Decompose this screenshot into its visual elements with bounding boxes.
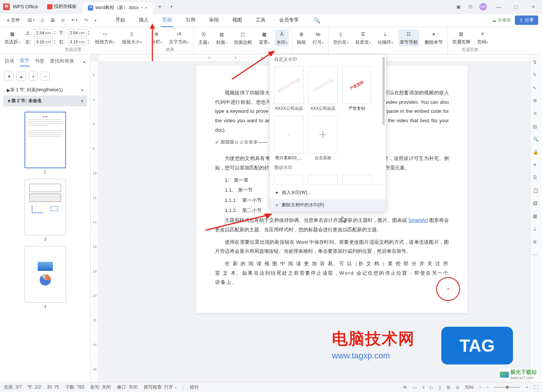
toc-page-button[interactable]: ☰目录页▾ xyxy=(354,29,372,46)
dropdown-icon[interactable]: ▾ xyxy=(92,17,99,24)
panel-tool-0[interactable]: ▾ xyxy=(5,72,14,81)
margin-top-stepper[interactable]: ▲▼ xyxy=(54,30,56,35)
status-column[interactable]: 列: 75 xyxy=(47,384,59,390)
section-item-1[interactable]: ▼ 第 2 节: 未命名▾ xyxy=(3,95,87,106)
comment-icon[interactable]: ▭ xyxy=(413,385,417,390)
margin-top-input[interactable]: 2.54 cm xyxy=(34,29,53,37)
menu-tab-审阅[interactable]: 审阅 xyxy=(207,14,220,27)
layout-icon[interactable]: ▣ xyxy=(455,4,461,10)
status-page[interactable]: 页面: 3/7 xyxy=(4,384,21,390)
delete-section-button[interactable]: ✕删除本节 xyxy=(423,29,444,46)
zoom-slider[interactable] xyxy=(494,387,521,388)
grid-icon[interactable]: ▦ xyxy=(533,214,540,220)
menu-tab-会员专享[interactable]: 会员专享 xyxy=(278,14,300,27)
filter-icon[interactable]: ⇅ xyxy=(533,60,540,66)
export-icon[interactable]: ⤓ xyxy=(533,226,540,233)
panel-tool-3[interactable]: − xyxy=(41,72,50,81)
remove-watermark-item[interactable]: ✧ 删除文档中的水印(R) xyxy=(270,199,386,211)
panel-tool-2[interactable]: + xyxy=(29,72,38,81)
status-words[interactable]: 字数: 783 xyxy=(65,384,84,390)
zoom-out-icon[interactable]: − xyxy=(486,385,489,390)
book-icon[interactable]: ▤ xyxy=(533,124,540,131)
menu-tab-页面[interactable]: 页面 xyxy=(161,14,174,27)
panel-tab-查找和替换[interactable]: 查找和替换 xyxy=(50,58,74,66)
menu-tab-开始[interactable]: 开始 xyxy=(114,14,127,27)
margin-right-input[interactable]: 3.18 cm xyxy=(68,38,87,46)
blank-page-button[interactable]: ▯空白页▾ xyxy=(332,29,350,46)
window-minimize[interactable]: — xyxy=(493,4,504,10)
settings-icon[interactable]: ⚙ xyxy=(533,98,540,105)
window-close[interactable]: × xyxy=(528,4,539,10)
orientation-button[interactable]: ▭纸张方向▾ xyxy=(94,29,117,46)
text-direction-button[interactable]: ↕A文字方向▾ xyxy=(167,29,190,46)
preset-wm-2[interactable] xyxy=(308,175,338,183)
paper-size-button[interactable]: ▯纸张大小▾ xyxy=(120,29,143,46)
panel-tab-章节[interactable]: 章节 xyxy=(20,57,29,66)
status-section[interactable]: 节: 2/2 xyxy=(28,384,41,390)
panel-tab-目录[interactable]: 目录 xyxy=(5,58,14,66)
margin-bottom-stepper[interactable]: ▲▼ xyxy=(88,30,90,35)
close-icon[interactable]: ⊗ xyxy=(533,239,540,246)
new-tab-button[interactable]: + xyxy=(154,3,165,10)
search-icon[interactable]: 🔍 xyxy=(533,137,540,143)
thumbnail-page-2[interactable]: ■ ■■ 2 xyxy=(25,112,66,174)
save-icon[interactable]: 🖫▾ xyxy=(25,16,37,25)
smartart-link[interactable]: SmartArt xyxy=(408,217,428,223)
eye-icon[interactable]: 👁 xyxy=(403,385,407,390)
background-button[interactable]: ▩背景▾ xyxy=(257,29,271,46)
cursor-icon[interactable]: ↖ xyxy=(533,85,540,92)
thumbnail-page-4[interactable]: 4 xyxy=(25,246,66,309)
preset-wm-1[interactable] xyxy=(274,175,304,183)
clipboard-icon[interactable]: 📋 xyxy=(533,188,540,195)
cover-button[interactable]: ▤封面▾ xyxy=(215,29,229,46)
page-border-button[interactable]: ▢页面边框 xyxy=(232,29,253,46)
watermark-add-item[interactable]: + 点击添加 xyxy=(308,116,338,161)
play-icon[interactable]: ▷ xyxy=(430,385,433,390)
margin-right-stepper[interactable]: ▲▼ xyxy=(88,39,90,45)
view-mode-icon[interactable]: ≡ xyxy=(422,385,425,390)
panel-tool-1[interactable]: ▴ xyxy=(17,72,26,81)
brush-icon[interactable]: ⎘ xyxy=(60,16,67,25)
menu-tab-引用[interactable]: 引用 xyxy=(184,14,197,27)
web-view-icon[interactable]: ⊞ xyxy=(447,385,450,390)
menu-tab-工具[interactable]: 工具 xyxy=(254,14,267,27)
status-spell[interactable]: 拼写检查: 打开 xyxy=(144,384,174,390)
vertical-ruler[interactable]: 2468101214161820222448 xyxy=(91,62,99,382)
pen-icon[interactable]: ✎ xyxy=(533,72,540,79)
theme-button[interactable]: Ⓐ主题▾ xyxy=(197,29,211,46)
watermark-preset-2[interactable]: 严禁复制严禁复制 xyxy=(342,66,372,111)
menu-tab-视图[interactable]: 视图 xyxy=(231,14,244,27)
zoom-dropdown[interactable]: ▾ xyxy=(479,386,481,389)
cube-icon[interactable]: ⌬ xyxy=(467,4,473,10)
status-revision[interactable]: 修订: 关闭 xyxy=(117,384,138,390)
insert-watermark-item[interactable]: ✦ 插入水印(W)... xyxy=(270,186,386,199)
watermark-image-item[interactable]: ○ 图片素材03_... xyxy=(274,116,304,161)
redo-icon[interactable]: ↷ xyxy=(82,16,90,25)
watermark-button[interactable]: Å水印▾ xyxy=(275,29,289,46)
fullscreen-icon[interactable]: ⛶ xyxy=(534,385,538,390)
margin-bottom-input[interactable]: 2.54 cm xyxy=(68,29,87,37)
watermark-preset-1[interactable]: XXX公司出品XXX公司出品 xyxy=(308,66,338,111)
status-proof[interactable]: 校对 xyxy=(190,384,199,390)
header-footer-button[interactable]: ▥页眉页脚 xyxy=(451,29,472,46)
undo-icon[interactable]: ↶▾ xyxy=(69,16,80,25)
zoom-value[interactable]: 70% xyxy=(465,385,474,390)
file-menu[interactable]: ≡ 文件 xyxy=(4,15,23,25)
panel-close-icon[interactable]: × xyxy=(83,59,86,65)
new-tab-dropdown[interactable]: ▾ xyxy=(167,5,176,9)
separator-button[interactable]: ⤓分隔符▾ xyxy=(376,29,395,46)
lock-icon[interactable]: 🔒 xyxy=(533,149,540,156)
list-icon[interactable]: ☰ xyxy=(533,175,540,182)
line-number-button[interactable]: №行号▾ xyxy=(311,29,325,46)
page-margins-button[interactable]: ▦ 页边距▾ xyxy=(3,29,21,46)
preset-wm-3[interactable] xyxy=(342,175,372,183)
sparkle-icon[interactable]: ✦ xyxy=(533,162,540,169)
status-track[interactable]: 改写: 关闭 xyxy=(90,384,111,390)
margin-left-stepper[interactable]: ▲▼ xyxy=(54,39,56,45)
print-icon[interactable]: 🖶 xyxy=(48,16,57,25)
panel-tab-书签[interactable]: 书签 xyxy=(35,58,45,66)
image-icon[interactable]: 🖼 xyxy=(533,201,540,208)
avatar[interactable]: WP xyxy=(479,3,487,11)
dropdown-scrollbar[interactable] xyxy=(382,57,385,125)
chapter-nav-button[interactable]: ☷章节导航 xyxy=(398,29,419,46)
